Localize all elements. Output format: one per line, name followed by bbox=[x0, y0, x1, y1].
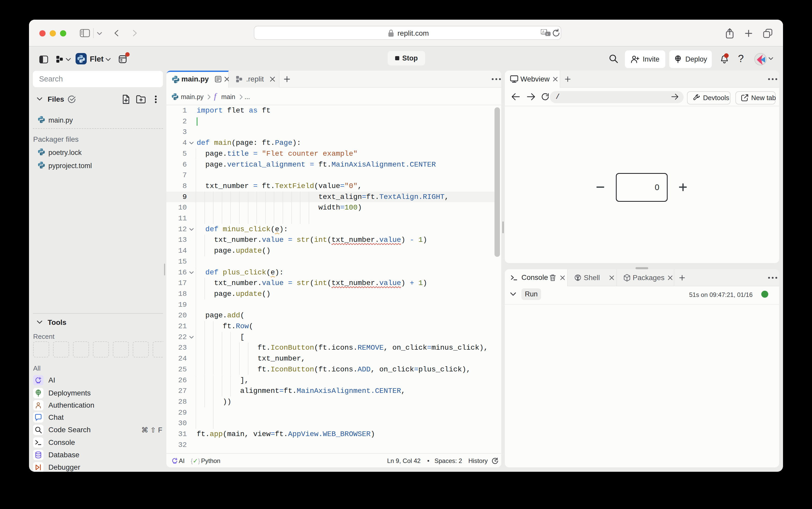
svg-text:x: x bbox=[547, 32, 548, 36]
svg-text:A: A bbox=[542, 30, 545, 34]
